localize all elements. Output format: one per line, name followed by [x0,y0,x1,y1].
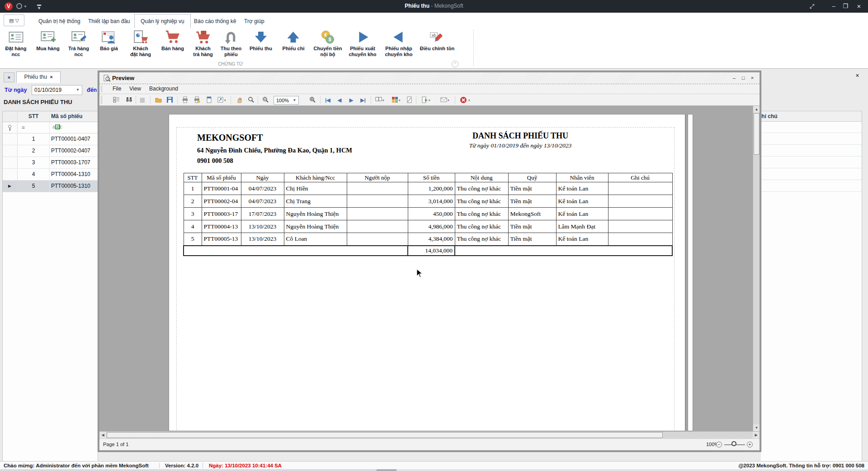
vertical-scroll-thumb[interactable] [754,113,760,155]
zoom-combo-dropdown-icon[interactable]: ▼ [291,97,298,104]
preview-vertical-scrollbar[interactable]: ▲ ▼ [753,106,760,431]
zoom-in-icon[interactable] [308,96,316,104]
multiple-pages-dropdown-icon[interactable]: ▾ [382,99,384,102]
horizontal-scroll-thumb[interactable] [107,432,663,438]
previous-page-icon[interactable]: ◀ [335,96,344,104]
column-header-stt[interactable]: STT [18,113,49,119]
toolbar-separator [320,96,321,104]
background-tab-close-icon[interactable]: × [856,72,859,79]
filter-abc-icon[interactable]: aBc [52,124,62,129]
preview-title-bar[interactable]: Preview – □ × [99,72,760,84]
search-icon[interactable] [125,96,133,104]
tab-tro-giup[interactable]: Trợ giúp [238,15,271,28]
tab-quan-ly-nghiep-vu[interactable]: Quản lý nghiệp vụ [134,14,191,29]
button-ban-hang[interactable]: Bán hàng [161,30,184,52]
toolbar-separator [150,96,151,104]
page-background-dropdown-icon[interactable]: ▾ [399,99,401,102]
print-icon[interactable] [181,96,189,104]
export-dropdown-icon[interactable]: ▾ [429,99,430,102]
close-all-tabs-button[interactable]: × [4,72,14,82]
scroll-left-icon[interactable]: ◀ [99,432,106,438]
export-icon[interactable] [420,96,429,104]
email-icon[interactable] [439,96,448,104]
next-page-icon[interactable]: ▶ [347,96,355,104]
filter-equals-icon[interactable]: = [22,124,25,131]
preview-maximize-icon[interactable]: □ [740,75,747,81]
zoom-in-button[interactable]: + [747,442,753,447]
ribbon-collapse-icon[interactable]: ⌃ [452,61,458,67]
hand-tool-icon[interactable] [235,96,243,104]
table-view-icon[interactable]: ▦ [138,96,146,104]
page-background-icon[interactable] [391,96,399,104]
button-khach-dat-hang[interactable]: Khách đặt hàng [130,30,151,57]
date-dropdown-icon[interactable]: ▼ [74,86,81,94]
tab-close-icon[interactable]: × [50,74,52,80]
preview-minimize-icon[interactable]: – [731,75,738,81]
button-phieu-chi[interactable]: Phiếu chi [283,30,305,52]
maximize-icon[interactable]: ❐ [840,2,851,11]
quick-print-icon[interactable] [193,96,201,104]
button-tra-hang-ncc[interactable]: Trả hàng ncc [68,30,89,57]
multiple-pages-icon[interactable] [374,96,382,104]
save-icon[interactable] [165,96,174,104]
report-col-ngay: Ngày [241,173,284,182]
preview-close-icon[interactable]: × [749,75,756,81]
menu-background[interactable]: Background [149,86,178,92]
page-setup-icon[interactable] [205,96,213,104]
open-icon[interactable] [154,96,162,104]
watermark-icon[interactable] [405,96,413,104]
expand-window-icon[interactable]: ⤢ [807,2,817,11]
tab-phieu-thu[interactable]: Phiếu thu× [16,71,61,83]
application-menu-button[interactable]: ▤ ▽ [4,14,24,26]
button-khach-tra-hang[interactable]: Khách trả hàng [193,30,212,57]
minimize-icon[interactable]: – [828,2,839,11]
row-indicator [3,169,18,180]
tab-quan-tri-he-thong[interactable]: Quản trị hệ thống [32,15,87,28]
button-phieu-xuat-chuyen-kho[interactable]: Phiếu xuất chuyển kho [349,30,376,57]
button-thu-theo-phieu[interactable]: Thu theo phiếu [221,30,241,57]
button-dat-hang-ncc[interactable]: Đặt hàng ncc [5,30,26,57]
close-preview-icon[interactable] [459,96,467,104]
button-mua-hang[interactable]: Mua hàng [36,30,59,52]
close-preview-dropdown-icon[interactable]: ▾ [468,99,470,102]
button-phieu-nhap-chuyen-kho[interactable]: Phiếu nhập chuyển kho [385,30,412,57]
button-dieu-chinh-ton[interactable]: ab Điều chỉnh tồn [420,30,454,52]
last-page-icon[interactable]: ▶| [359,96,367,104]
report-row: 3PTT00003-1717/07/2023Nguyễn Hoàng Thiện… [184,208,672,220]
magnifier-icon[interactable] [247,96,255,104]
button-bao-gia[interactable]: Báo giá [100,30,118,52]
document-map-icon[interactable] [112,96,120,104]
button-phieu-thu[interactable]: Phiếu thu [250,30,272,52]
calendar-person-icon [101,30,117,44]
preview-horizontal-scrollbar[interactable]: ◀ ▶ [99,431,760,438]
toolbar-separator [136,96,136,104]
zoom-slider-thumb[interactable] [731,441,736,446]
grid-filter-row[interactable]: = aBc [3,122,98,133]
menu-view[interactable]: View [129,86,141,92]
menu-file[interactable]: File [113,86,121,92]
scroll-right-icon[interactable]: ▶ [753,432,760,438]
page-size-dropdown-icon[interactable]: ▾ [224,99,226,102]
zoom-out-icon[interactable] [261,96,269,104]
scroll-down-icon[interactable]: ▼ [753,424,760,431]
column-header-ma-so-phieu[interactable]: Mã số phiếu [51,113,82,119]
grid-row-2[interactable]: 2 PTT00002-0407 [3,145,98,157]
close-icon[interactable]: × [854,2,864,11]
page-size-icon[interactable] [216,96,224,104]
email-dropdown-icon[interactable]: ▾ [448,99,449,102]
preview-document-area[interactable]: MEKONGSOFT 64 Nguyễn Đình Chiểu, Phường … [99,106,760,431]
grid-row-1[interactable]: 1 PTT00001-0407 [3,133,98,145]
button-chuyen-tien-noi-bo[interactable]: €$ Chuyển tiền nội bộ [314,30,342,57]
zoom-combo-box[interactable]: 100% ▼ [274,96,299,105]
tab-thiet-lap-ban-dau[interactable]: Thiết lập ban đầu [82,15,137,28]
grid-row-4[interactable]: 4 PTT00004-1310 [3,169,98,181]
first-page-icon[interactable]: |◀ [324,96,332,104]
grid-row-5-selected[interactable]: ▶ 5 PTT00005-1310 [3,181,98,192]
grid-row-3[interactable]: 3 PTT00003-1707 [3,157,98,169]
from-date-input[interactable]: 01/10/2019 ▼ [32,85,82,95]
zoom-out-button[interactable]: − [716,442,722,447]
scroll-up-icon[interactable]: ▲ [753,106,760,113]
grid-row-line [761,156,862,157]
tab-bao-cao-thong-ke[interactable]: Báo cáo thống kê [188,15,242,28]
column-header-ghi-chu[interactable]: Ghi chú [761,111,862,122]
